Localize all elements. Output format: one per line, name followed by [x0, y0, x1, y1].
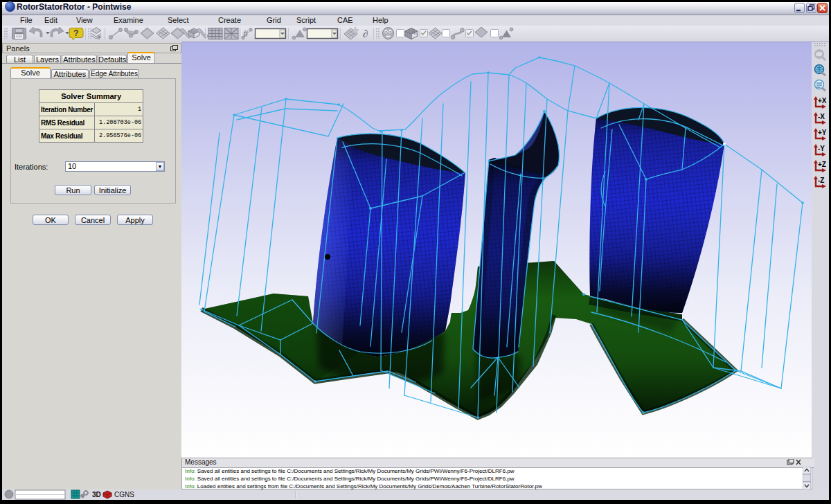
- svg-text:∂: ∂: [363, 28, 368, 39]
- svg-text:CGNS: CGNS: [114, 491, 134, 498]
- svg-text:-X: -X: [818, 113, 825, 120]
- svg-text:3D: 3D: [92, 491, 101, 498]
- svg-text:+X: +X: [818, 97, 827, 105]
- svg-text:-Y: -Y: [818, 145, 825, 152]
- svg-text:-Z: -Z: [818, 177, 824, 184]
- svg-text:+Y: +Y: [818, 129, 827, 136]
- svg-text:+Z: +Z: [818, 161, 826, 168]
- svg-text:?: ?: [73, 28, 78, 38]
